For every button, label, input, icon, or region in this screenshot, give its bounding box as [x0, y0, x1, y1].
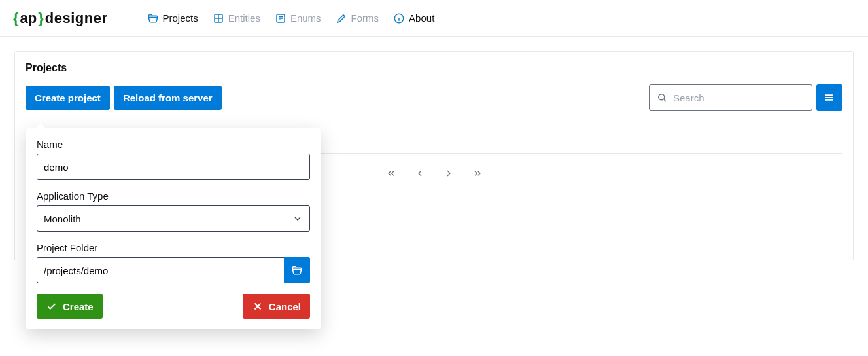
svg-point-3 — [659, 94, 665, 100]
field-application-type: Application Type Monolith — [37, 190, 310, 232]
nav-about[interactable]: About — [393, 12, 434, 24]
chevron-right-icon — [443, 168, 454, 179]
nav-projects-label: Projects — [163, 12, 198, 24]
info-icon — [393, 12, 405, 24]
create-project-popover: Name Application Type Monolith Project F… — [26, 128, 321, 275]
top-nav: Projects Entities Enums Forms About — [147, 12, 435, 24]
reload-label: Reload from server — [123, 92, 213, 103]
folder-input[interactable] — [37, 257, 284, 275]
browse-folder-button[interactable] — [284, 257, 310, 275]
page-prev-button[interactable] — [415, 168, 425, 179]
nav-enums[interactable]: Enums — [275, 12, 321, 24]
apptype-value: Monolith — [44, 213, 81, 224]
toolbar: Create project Reload from server — [26, 84, 842, 111]
search-input[interactable] — [673, 92, 805, 103]
brand-rest: designer — [45, 10, 108, 27]
field-project-folder: Project Folder — [37, 242, 310, 275]
page-last-button[interactable] — [472, 168, 483, 179]
chevrons-right-icon — [472, 168, 483, 179]
apptype-select[interactable]: Monolith — [37, 205, 310, 232]
name-label: Name — [37, 139, 310, 150]
create-project-button[interactable]: Create project — [26, 86, 110, 110]
field-name: Name — [37, 139, 310, 180]
nav-entities[interactable]: Entities — [213, 12, 260, 24]
pencil-icon — [336, 12, 347, 24]
create-project-label: Create project — [35, 92, 101, 103]
card-title: Projects — [26, 62, 842, 74]
nav-projects[interactable]: Projects — [147, 12, 198, 24]
nav-about-label: About — [409, 12, 434, 24]
brace-right-icon: } — [38, 10, 44, 27]
chevrons-left-icon — [386, 168, 396, 179]
nav-forms[interactable]: Forms — [336, 12, 379, 24]
brand-logo: {ap} designer — [13, 10, 108, 27]
page-next-button[interactable] — [443, 168, 454, 179]
hamburger-icon — [824, 92, 835, 103]
brand-ap: ap — [20, 10, 37, 27]
list-icon — [275, 12, 286, 24]
apptype-label: Application Type — [37, 190, 310, 202]
brace-left-icon: { — [13, 10, 19, 27]
search-field[interactable] — [649, 84, 812, 111]
folder-open-icon — [291, 264, 303, 275]
grid-icon — [213, 12, 224, 24]
chevron-left-icon — [415, 168, 425, 179]
folder-open-icon — [147, 12, 159, 24]
nav-forms-label: Forms — [351, 12, 379, 24]
menu-button[interactable] — [816, 84, 842, 111]
page: Projects Create project Reload from serv… — [0, 37, 868, 275]
search-icon — [656, 92, 668, 103]
folder-label: Project Folder — [37, 242, 310, 253]
topbar: {ap} designer Projects Entities Enums F — [0, 0, 868, 37]
folder-input-group — [37, 257, 310, 275]
page-first-button[interactable] — [386, 168, 396, 179]
reload-button[interactable]: Reload from server — [114, 86, 222, 110]
nav-entities-label: Entities — [228, 12, 260, 24]
name-input[interactable] — [37, 154, 310, 180]
nav-enums-label: Enums — [290, 12, 321, 24]
chevron-down-icon — [292, 213, 303, 224]
